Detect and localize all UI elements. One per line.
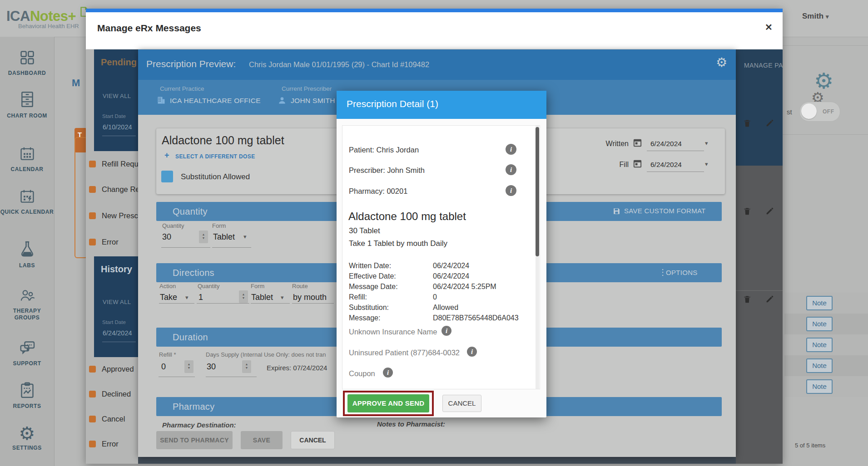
refill-stepper[interactable] <box>184 360 193 373</box>
note-button[interactable]: Note <box>806 296 833 310</box>
route-field-label: Route <box>292 283 308 289</box>
select-different-dose-link[interactable]: SELECT A DIFFERENT DOSE <box>175 153 255 160</box>
pencil-icon[interactable] <box>765 206 775 218</box>
sidebar-item-reports[interactable]: REPORTS <box>0 381 54 410</box>
route-select[interactable]: by mouth <box>293 293 327 302</box>
cancel-button[interactable]: CANCEL <box>291 431 335 449</box>
note-button[interactable]: Note <box>806 358 833 373</box>
scrollbar-thumb[interactable] <box>536 127 539 256</box>
current-prescriber-label: Current Prescriber <box>282 85 332 92</box>
logo-plus: + <box>68 8 76 24</box>
action-field-label: Action <box>159 283 176 289</box>
dir-quantity-input[interactable]: 1 <box>198 293 203 302</box>
history-start-date-value[interactable]: 6/24/2024 <box>103 329 132 337</box>
sidebar-item-labs[interactable]: LABS <box>0 240 54 269</box>
days-supply-input[interactable]: 30 <box>207 362 216 372</box>
pending-item[interactable]: New Prescr <box>102 211 140 220</box>
history-item[interactable]: Declined <box>102 390 131 398</box>
input-underline <box>102 136 136 136</box>
pharmacy-destination-label: Pharmacy Destination: <box>162 421 236 429</box>
history-item[interactable]: Error <box>102 440 119 448</box>
pencil-icon[interactable] <box>765 294 775 306</box>
file-cabinet-icon <box>18 90 36 111</box>
off-toggle[interactable]: OFF <box>799 102 840 122</box>
chevron-down-icon[interactable] <box>705 161 708 167</box>
input-underline <box>161 247 210 248</box>
sidebar-item-support[interactable]: SUPPORT <box>0 339 54 367</box>
dir-form-select[interactable]: Tablet <box>251 293 273 302</box>
options-button[interactable]: OPTIONS <box>666 269 698 276</box>
substitution-checkbox[interactable] <box>161 171 173 182</box>
chevron-down-icon[interactable] <box>281 294 284 301</box>
sidebar-item-quick-calendar[interactable]: QUICK CALENDAR <box>0 188 54 216</box>
detail-prescriber: Prescriber: John Smith <box>349 166 425 175</box>
status-icon <box>89 186 96 193</box>
approve-and-send-button[interactable]: APPROVE AND SEND <box>347 394 429 412</box>
chevron-down-icon[interactable] <box>185 294 188 301</box>
manage-pa-button[interactable]: MANAGE PA <box>744 62 783 69</box>
detail-row-value: 06/24/2024 5:25PM <box>433 283 496 291</box>
send-to-pharmacy-button[interactable]: SEND TO PHARMACY <box>156 431 233 449</box>
note-button[interactable]: Note <box>806 338 833 352</box>
tab-pending[interactable]: Pending <box>101 57 137 68</box>
note-button[interactable]: Note <box>806 379 833 394</box>
written-date-value[interactable]: 6/24/2024 <box>650 140 682 148</box>
chevron-down-icon[interactable] <box>705 140 708 147</box>
divider <box>783 45 868 46</box>
sidebar-item-dashboard[interactable]: DASHBOARD <box>0 49 54 77</box>
quantity-stepper[interactable] <box>199 231 208 243</box>
pending-item[interactable]: Refill Reque <box>102 160 143 168</box>
user-menu[interactable]: Smith <box>802 12 829 21</box>
preview-title: Prescription Preview: <box>146 59 236 69</box>
pencil-icon[interactable] <box>765 118 775 130</box>
form-select[interactable]: Tablet <box>213 232 235 242</box>
detail-row-label: Written Date: <box>349 262 391 270</box>
sidebar-item-settings[interactable]: SETTINGS <box>0 424 54 451</box>
calendar-picker-icon[interactable] <box>632 137 643 150</box>
pending-start-date-value[interactable]: 6/10/2024 <box>103 123 132 131</box>
save-button[interactable]: SAVE <box>241 431 283 449</box>
close-icon[interactable]: ✕ <box>765 22 773 33</box>
info-icon[interactable] <box>506 144 516 155</box>
sidebar-item-therapy-groups[interactable]: THERAPY GROUPS <box>0 288 54 321</box>
calendar-picker-icon[interactable] <box>632 158 643 171</box>
detail-row-value: Allowed <box>433 304 458 312</box>
current-practice-value[interactable]: ICA HEALTHCARE OFFICE <box>170 97 261 105</box>
note-button[interactable]: Note <box>806 317 833 331</box>
info-icon[interactable] <box>441 326 451 336</box>
detail-row-value: 0 <box>433 293 437 301</box>
detail-cancel-button[interactable]: CANCEL <box>442 395 481 412</box>
preview-settings-gear-icon[interactable] <box>716 55 727 70</box>
trash-icon[interactable] <box>742 118 752 130</box>
trash-icon[interactable] <box>742 206 752 218</box>
tab-history[interactable]: History <box>101 264 132 275</box>
fill-date-value[interactable]: 6/24/2024 <box>650 161 682 169</box>
current-prescriber-value[interactable]: JOHN SMITH <box>291 97 335 105</box>
detail-row-label: Message Date: <box>349 283 398 291</box>
pending-item[interactable]: Error <box>102 238 119 246</box>
info-icon[interactable] <box>383 368 393 378</box>
input-underline <box>159 377 195 377</box>
history-item[interactable]: Approved <box>102 365 134 373</box>
trash-icon[interactable] <box>742 294 752 306</box>
logo-text-ica: ICA <box>6 8 30 24</box>
info-icon[interactable] <box>506 185 516 196</box>
sidebar-item-chart-room[interactable]: CHART ROOM <box>0 90 54 119</box>
dir-quantity-stepper[interactable] <box>239 290 248 303</box>
refill-input[interactable]: 0 <box>161 362 166 372</box>
days-supply-stepper[interactable] <box>242 360 251 373</box>
chevron-down-icon[interactable] <box>243 233 247 240</box>
info-icon[interactable] <box>506 164 516 175</box>
save-custom-format-button[interactable]: SAVE CUSTOM FORMAT <box>624 207 706 215</box>
uninsured-text: Uninsured Patient (877)684-0032 <box>349 348 460 357</box>
quantity-input[interactable]: 30 <box>162 232 171 242</box>
action-select[interactable]: Take <box>160 293 177 302</box>
history-item[interactable]: Cancel <box>102 415 125 423</box>
history-view-all-link[interactable]: VIEW ALL <box>103 299 131 305</box>
pending-view-all-link[interactable]: VIEW ALL <box>103 93 131 99</box>
modal-top-accent <box>86 9 783 12</box>
sidebar-item-calendar[interactable]: CALENDAR <box>0 145 54 173</box>
pending-item[interactable]: Change Re <box>102 185 139 194</box>
info-icon[interactable] <box>467 347 477 357</box>
status-icon <box>89 212 96 219</box>
